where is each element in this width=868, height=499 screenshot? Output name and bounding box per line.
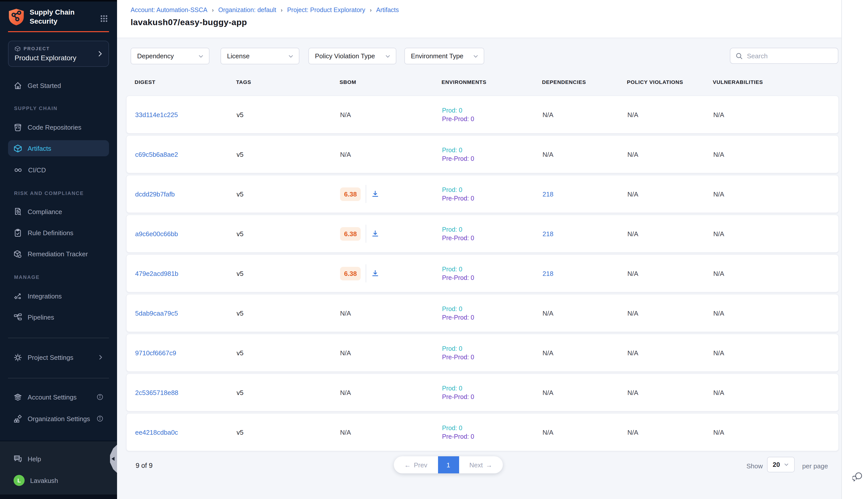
env-preprod: Pre-Prod: 0 [442,433,543,440]
search-input[interactable] [747,52,835,60]
download-sbom-icon[interactable] [371,230,380,238]
info-icon[interactable] [97,393,103,401]
section-supply-chain: SUPPLY CHAIN [14,106,58,111]
sidebar-item-rule-definitions[interactable]: Rule Definitions [8,224,109,241]
artifact-table: 33d114e1c225 v5 N/A Prod: 0 Pre-Prod: 0 … [126,96,839,453]
table-row[interactable]: c69c5b6a8ae2 v5 N/A Prod: 0 Pre-Prod: 0 … [126,135,839,173]
tag-value: v5 [237,349,340,356]
sidebar-item-organization-settings[interactable]: Organization Settings [8,411,109,427]
sidebar-item-code-repositories[interactable]: Code Repositories [8,119,109,135]
table-row[interactable]: 479e2acd981b v5 6.38 Prod: 0 Pre-Prod: 0… [126,254,839,292]
policy-violations-value: N/A [628,349,713,356]
prev-page-button[interactable]: ← Prev [394,456,438,473]
dependencies-link[interactable]: 218 [543,190,553,198]
chevron-right-icon [97,354,103,360]
sbom-cell: 6.38 [340,264,442,282]
sbom-value: N/A [340,111,442,118]
cube-icon [14,144,22,153]
env-preprod: Pre-Prod: 0 [442,314,543,321]
sbom-value: N/A [340,309,442,317]
chevron-right-icon [97,50,103,57]
filter-environment-type[interactable]: Environment Type [404,48,484,64]
help-chat-icon: ? [14,454,22,463]
table-row[interactable]: 9710cf6667c9 v5 N/A Prod: 0 Pre-Prod: 0 … [126,334,839,372]
breadcrumb-project[interactable]: Project: Product Exploratory [287,7,365,14]
sidebar-divider [8,338,109,338]
dependencies-link[interactable]: 218 [543,270,553,277]
environments-cell: Prod: 0 Pre-Prod: 0 [442,107,543,122]
environments-cell: Prod: 0 Pre-Prod: 0 [442,424,543,440]
digest-link[interactable]: 2c5365718e88 [135,389,178,396]
env-preprod: Pre-Prod: 0 [442,115,543,122]
breadcrumb-organization[interactable]: Organization: default [218,7,276,14]
sidebar-item-account-settings[interactable]: Account Settings [8,389,109,405]
env-prod: Prod: 0 [442,107,543,114]
sidebar-item-get-started[interactable]: Get Started [8,77,109,94]
filter-license[interactable]: License [221,48,299,64]
digest-link[interactable]: dcdd29b7fafb [135,190,175,198]
breadcrumb-account[interactable]: Account: Automation-SSCA [131,7,208,14]
policy-violations-value: N/A [628,190,713,198]
download-sbom-icon[interactable] [371,269,380,277]
col-policy-violations: POLICY VIOLATIONS [627,79,713,85]
digest-link[interactable]: 5dab9caa79c5 [135,309,178,317]
sbom-value: N/A [340,428,442,436]
app-grid-icon[interactable] [100,15,108,23]
table-row[interactable]: 33d114e1c225 v5 N/A Prod: 0 Pre-Prod: 0 … [126,96,839,134]
remediation-box-icon [14,250,22,258]
env-prod: Prod: 0 [442,385,543,392]
sidebar-item-cicd[interactable]: CI/CD [8,162,109,178]
sidebar-item-remediation-tracker[interactable]: Remediation Tracker [8,246,109,262]
sidebar-item-artifacts[interactable]: Artifacts [8,140,109,156]
feedback-chat-icon[interactable] [853,471,864,483]
info-icon[interactable] [97,415,103,422]
sbom-value: N/A [340,150,442,158]
table-row[interactable]: 2c5365718e88 v5 N/A Prod: 0 Pre-Prod: 0 … [126,373,839,412]
table-row[interactable]: ee4218cdba0c v5 N/A Prod: 0 Pre-Prod: 0 … [126,413,839,451]
pipelines-icon [14,313,22,321]
digest-link[interactable]: 33d114e1c225 [135,111,178,118]
environments-cell: Prod: 0 Pre-Prod: 0 [442,385,543,400]
filter-policy-violation-type[interactable]: Policy Violation Type [308,48,396,64]
col-environments: ENVIRONMENTS [442,79,542,85]
sbom-cell: 6.38 [340,185,442,203]
chevron-down-icon [288,53,294,59]
sidebar-item-compliance[interactable]: Compliance [8,204,109,220]
download-sbom-icon[interactable] [371,190,380,198]
project-selector[interactable]: PROJECT Product Exploratory [8,41,109,67]
sidebar-user[interactable]: L Lavakush [8,472,109,488]
page-header: Account: Automation-SSCA › Organization:… [117,0,841,38]
tag-value: v5 [237,270,340,277]
next-page-button[interactable]: Next → [459,456,503,473]
collapse-arrow-icon [111,457,114,461]
dependencies-link[interactable]: 218 [543,230,553,238]
digest-link[interactable]: a9c6e00c66bb [135,230,178,238]
shield-logo-icon [8,8,25,25]
digest-link[interactable]: 479e2acd981b [135,270,178,277]
env-prod: Prod: 0 [442,226,543,233]
tag-value: v5 [237,309,340,317]
digest-link[interactable]: 9710cf6667c9 [135,349,176,356]
environments-cell: Prod: 0 Pre-Prod: 0 [442,146,543,162]
breadcrumb-separator: › [281,7,283,13]
sidebar-item-project-settings[interactable]: Project Settings [8,349,109,365]
sidebar-item-integrations[interactable]: Integrations [8,288,109,304]
vulnerabilities-value: N/A [713,230,838,238]
breadcrumb-artifacts[interactable]: Artifacts [376,7,399,14]
filter-dependency[interactable]: Dependency [131,48,210,64]
digest-link[interactable]: c69c5b6a8ae2 [135,150,178,158]
table-row[interactable]: a9c6e00c66bb v5 6.38 Prod: 0 Pre-Prod: 0… [126,215,839,253]
tag-value: v5 [237,150,340,158]
table-row[interactable]: 5dab9caa79c5 v5 N/A Prod: 0 Pre-Prod: 0 … [126,294,839,332]
page-1-button[interactable]: 1 [438,456,459,473]
policy-violations-value: N/A [628,389,713,396]
divider [366,264,367,282]
sidebar-item-pipelines[interactable]: Pipelines [8,309,109,325]
sidebar-item-help[interactable]: ? Help [8,451,109,467]
clipboard-check-icon [14,228,22,237]
env-prod: Prod: 0 [442,266,543,272]
section-manage: MANAGE [14,275,40,280]
table-row[interactable]: dcdd29b7fafb v5 6.38 Prod: 0 Pre-Prod: 0… [126,175,839,213]
page-size-select[interactable]: 20 [767,457,795,472]
digest-link[interactable]: ee4218cdba0c [135,428,178,436]
